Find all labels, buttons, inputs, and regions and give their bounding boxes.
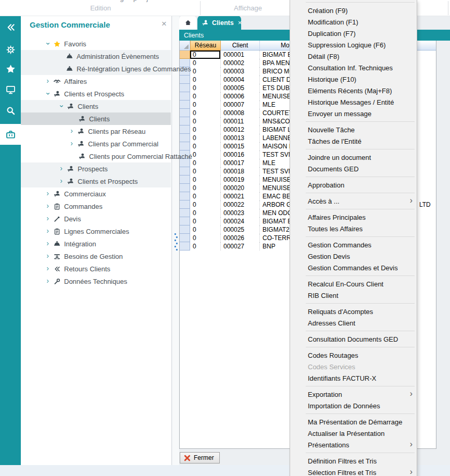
- tree-item-clients-et-prospects-11[interactable]: Clients et Prospects: [21, 175, 171, 187]
- cell-client[interactable]: 000013: [221, 134, 260, 142]
- cell-client[interactable]: 000027: [221, 242, 260, 250]
- menu-item-elements-recents-maj-f8[interactable]: Eléments Récents (Maj+F8): [290, 85, 417, 96]
- chevron-right-icon[interactable]: [44, 228, 52, 234]
- cell-reseau[interactable]: 0: [190, 67, 221, 76]
- cell-reseau[interactable]: 0: [190, 134, 221, 142]
- menu-item-actualiser-la-presentation[interactable]: Actualiser la Présentation: [290, 428, 417, 439]
- menu-item-documents-ged[interactable]: Documents GED: [290, 163, 417, 174]
- menu-item-gestion-commandes[interactable]: Gestion Commandes: [290, 239, 417, 250]
- menu-item-taches-de-l-entite[interactable]: Tâches de l'Entité: [290, 135, 417, 147]
- cell-reseau[interactable]: 0: [190, 101, 221, 109]
- menu-item-reliquats-d-acomptes[interactable]: Reliquats d'Acomptes: [290, 306, 417, 317]
- cell-reseau[interactable]: 0: [190, 209, 221, 217]
- column-header-reseau[interactable]: Réseau: [190, 41, 221, 51]
- cell-client[interactable]: 000017: [221, 159, 260, 167]
- cell-reseau[interactable]: 0: [190, 59, 221, 67]
- chevron-down-icon[interactable]: [44, 91, 52, 97]
- row-header[interactable]: [180, 234, 190, 242]
- menu-item-duplication-f7[interactable]: Duplication (F7): [290, 28, 417, 39]
- cell-reseau[interactable]: 0: [190, 201, 221, 209]
- cell-reseau[interactable]: 0: [190, 159, 221, 167]
- cell-reseau[interactable]: 0: [190, 234, 221, 242]
- cell-client[interactable]: 000007: [221, 101, 260, 109]
- ribbon-tab-edition[interactable]: Edition: [72, 4, 129, 12]
- cell-client[interactable]: 000021: [221, 192, 260, 201]
- cell-client[interactable]: 000020: [221, 184, 260, 192]
- cell-reseau[interactable]: 0: [190, 117, 221, 126]
- cell-client[interactable]: 000005: [221, 84, 260, 92]
- splitter[interactable]: [172, 16, 179, 465]
- menu-item-identifiants-factur-x[interactable]: Identifiants FACTUR-X: [290, 372, 417, 384]
- row-header[interactable]: [180, 242, 190, 250]
- tree-item-prospects-10[interactable]: Prospects: [21, 162, 171, 175]
- cell-client[interactable]: 000016: [221, 151, 260, 159]
- menu-item-selection-filtres-et-tris[interactable]: Sélection Filtres et Tris›: [290, 467, 417, 476]
- chevron-right-icon[interactable]: [44, 78, 52, 84]
- menu-item-consultation-documents-ged[interactable]: Consultation Documents GED: [290, 333, 417, 345]
- cell-reseau[interactable]: 0: [190, 92, 221, 101]
- tree-item-retours-clients-18[interactable]: Retours Clients: [21, 262, 171, 275]
- tree-item-clients-pour-commercial-rattache-9[interactable]: Clients pour Commercial Rattaché: [21, 150, 171, 162]
- fermer-button[interactable]: Fermer: [180, 452, 220, 464]
- table-corner-select-all[interactable]: [180, 41, 190, 51]
- cell-reseau[interactable]: 0: [190, 242, 221, 250]
- chevron-right-icon[interactable]: [44, 216, 52, 222]
- cell-client[interactable]: 000012: [221, 126, 260, 134]
- tree-item-re-integration-lignes-de-commandes-2[interactable]: Ré-Intégration Lignes de Commandes: [21, 62, 171, 75]
- activity-item-favorites-star[interactable]: [0, 58, 21, 79]
- menu-item-exportation[interactable]: Exportation›: [290, 389, 417, 400]
- row-header[interactable]: [180, 92, 190, 101]
- chevron-right-icon[interactable]: [44, 241, 52, 247]
- cell-client[interactable]: 000002: [221, 59, 260, 67]
- cell-reseau[interactable]: 0: [190, 51, 221, 59]
- row-header[interactable]: [180, 51, 190, 59]
- menu-item-envoyer-un-message[interactable]: Envoyer un message: [290, 108, 417, 119]
- cell-reseau[interactable]: 0: [190, 84, 221, 92]
- cell-reseau[interactable]: 0: [190, 109, 221, 117]
- menu-item-presentations[interactable]: Présentations›: [290, 439, 417, 450]
- row-header[interactable]: [180, 209, 190, 217]
- tree-item-commandes-13[interactable]: Commandes: [21, 200, 171, 212]
- ribbon-tab-affichage[interactable]: Affichage: [219, 4, 277, 12]
- row-header[interactable]: [180, 217, 190, 226]
- tree-item-clients-par-reseau-7[interactable]: Clients par Réseau: [21, 125, 171, 137]
- splitter-handle-icon[interactable]: [174, 233, 178, 250]
- menu-item-approbation[interactable]: Approbation: [290, 179, 417, 191]
- menu-item-adresses-client[interactable]: Adresses Client: [290, 317, 417, 329]
- chevron-right-icon[interactable]: [68, 128, 76, 134]
- menu-item-recalcul-en-cours-client[interactable]: Recalcul En-Cours Client: [290, 278, 417, 290]
- tree-item-clients-6[interactable]: Clients: [21, 112, 171, 125]
- menu-item-historique-messages-entite[interactable]: Historique Messages / Entité: [290, 96, 417, 108]
- tree-item-affaires-3[interactable]: Affaires: [21, 75, 171, 87]
- menu-item-toutes-les-affaires[interactable]: Toutes les Affaires: [290, 223, 417, 234]
- menu-item-definition-filtres-et-tris[interactable]: Définition Filtres et Tris: [290, 455, 417, 467]
- cell-client[interactable]: 000026: [221, 234, 260, 242]
- cell-reseau[interactable]: 0: [190, 217, 221, 226]
- cell-client[interactable]: 000023: [221, 209, 260, 217]
- row-header[interactable]: [180, 109, 190, 117]
- row-header[interactable]: [180, 126, 190, 134]
- row-header[interactable]: [180, 176, 190, 184]
- cell-client[interactable]: 000003: [221, 67, 260, 76]
- tree-item-integration-16[interactable]: Intégration: [21, 237, 171, 250]
- column-header-client[interactable]: Client: [221, 41, 260, 51]
- chevron-down-icon[interactable]: [44, 41, 52, 47]
- row-header[interactable]: [180, 226, 190, 234]
- cell-client[interactable]: 000018: [221, 167, 260, 176]
- row-header[interactable]: [180, 101, 190, 109]
- menu-item-gestion-commandes-et-devis[interactable]: Gestion Commandes et Devis: [290, 262, 417, 273]
- cell-client[interactable]: 000015: [221, 142, 260, 151]
- row-header[interactable]: [180, 117, 190, 126]
- cell-client[interactable]: 000001: [221, 51, 260, 59]
- cell-client[interactable]: 000011: [221, 117, 260, 126]
- tree-item-lignes-commerciales-15[interactable]: Lignes Commerciales: [21, 225, 171, 237]
- chevron-right-icon[interactable]: [44, 191, 52, 197]
- menu-item-rib-client[interactable]: RIB Client: [290, 290, 417, 301]
- tab-home[interactable]: [179, 16, 196, 30]
- row-header[interactable]: [180, 192, 190, 201]
- tree-item-administration-evenements-1[interactable]: Administration Évènements: [21, 50, 171, 62]
- row-header[interactable]: [180, 134, 190, 142]
- cell-reseau[interactable]: 0: [190, 126, 221, 134]
- cell-reseau[interactable]: 0: [190, 167, 221, 176]
- row-header[interactable]: [180, 84, 190, 92]
